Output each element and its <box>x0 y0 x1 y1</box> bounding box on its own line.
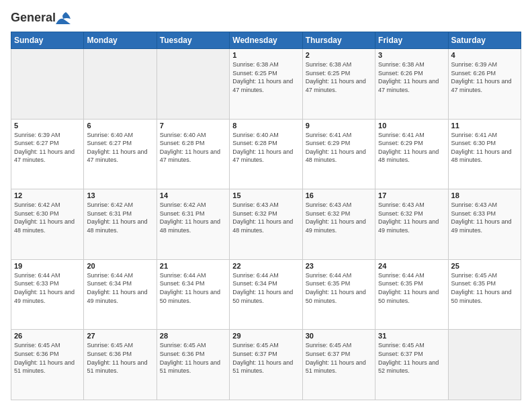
calendar-cell <box>448 330 521 400</box>
day-number: 30 <box>306 332 372 340</box>
day-info: Sunrise: 6:42 AMSunset: 6:31 PMDaylight:… <box>87 201 153 234</box>
day-number: 31 <box>378 332 445 340</box>
calendar-cell: 25Sunrise: 6:45 AMSunset: 6:35 PMDayligh… <box>448 259 521 330</box>
day-info: Sunrise: 6:44 AMSunset: 6:35 PMDaylight:… <box>378 271 445 305</box>
calendar-cell: 3Sunrise: 6:38 AMSunset: 6:26 PMDaylight… <box>375 49 448 120</box>
calendar-cell: 7Sunrise: 6:40 AMSunset: 6:28 PMDaylight… <box>157 119 229 189</box>
calendar-week-1: 1Sunrise: 6:38 AMSunset: 6:25 PMDaylight… <box>11 49 521 120</box>
calendar-cell: 28Sunrise: 6:45 AMSunset: 6:36 PMDayligh… <box>157 330 229 400</box>
day-info: Sunrise: 6:45 AMSunset: 6:35 PMDaylight:… <box>451 271 518 305</box>
day-info: Sunrise: 6:41 AMSunset: 6:29 PMDaylight:… <box>306 131 372 165</box>
calendar-week-5: 26Sunrise: 6:45 AMSunset: 6:36 PMDayligh… <box>11 330 521 400</box>
day-info: Sunrise: 6:44 AMSunset: 6:33 PMDaylight:… <box>14 271 81 305</box>
calendar-cell: 9Sunrise: 6:41 AMSunset: 6:29 PMDaylight… <box>302 119 375 189</box>
calendar-cell: 17Sunrise: 6:43 AMSunset: 6:32 PMDayligh… <box>375 189 448 260</box>
calendar-cell: 2Sunrise: 6:38 AMSunset: 6:25 PMDaylight… <box>302 49 375 120</box>
calendar-cell: 18Sunrise: 6:43 AMSunset: 6:33 PMDayligh… <box>448 189 521 260</box>
day-number: 8 <box>232 122 299 130</box>
day-info: Sunrise: 6:45 AMSunset: 6:37 PMDaylight:… <box>232 341 299 375</box>
day-number: 6 <box>87 122 153 130</box>
calendar-cell <box>157 49 229 120</box>
day-number: 23 <box>306 262 372 270</box>
calendar-cell: 27Sunrise: 6:45 AMSunset: 6:36 PMDayligh… <box>84 330 157 400</box>
day-info: Sunrise: 6:41 AMSunset: 6:29 PMDaylight:… <box>378 131 445 165</box>
page: General SundayMondayTuesdayWednesdayThur… <box>0 0 532 411</box>
day-info: Sunrise: 6:38 AMSunset: 6:26 PMDaylight:… <box>378 60 445 94</box>
calendar-cell: 22Sunrise: 6:44 AMSunset: 6:34 PMDayligh… <box>230 259 302 330</box>
day-number: 27 <box>87 332 153 340</box>
calendar-cell: 24Sunrise: 6:44 AMSunset: 6:35 PMDayligh… <box>375 259 448 330</box>
logo-bird-icon <box>56 12 71 24</box>
day-number: 29 <box>232 332 299 340</box>
day-info: Sunrise: 6:45 AMSunset: 6:37 PMDaylight:… <box>306 341 372 375</box>
weekday-header-saturday: Saturday <box>448 32 521 49</box>
day-number: 13 <box>87 191 153 199</box>
day-info: Sunrise: 6:42 AMSunset: 6:30 PMDaylight:… <box>14 201 81 234</box>
day-number: 14 <box>160 191 226 199</box>
day-number: 18 <box>451 191 518 199</box>
day-info: Sunrise: 6:44 AMSunset: 6:34 PMDaylight:… <box>87 271 153 305</box>
calendar-cell <box>84 49 157 120</box>
day-number: 7 <box>160 122 226 130</box>
day-info: Sunrise: 6:43 AMSunset: 6:32 PMDaylight:… <box>306 201 372 234</box>
day-info: Sunrise: 6:44 AMSunset: 6:34 PMDaylight:… <box>160 271 226 305</box>
day-info: Sunrise: 6:45 AMSunset: 6:37 PMDaylight:… <box>378 341 445 375</box>
weekday-header-sunday: Sunday <box>11 32 84 49</box>
day-number: 5 <box>14 122 81 130</box>
day-number: 19 <box>14 262 81 270</box>
day-number: 25 <box>451 262 518 270</box>
calendar-header-row: SundayMondayTuesdayWednesdayThursdayFrid… <box>11 32 521 49</box>
day-info: Sunrise: 6:45 AMSunset: 6:36 PMDaylight:… <box>87 341 153 375</box>
day-info: Sunrise: 6:43 AMSunset: 6:32 PMDaylight:… <box>378 201 445 234</box>
day-info: Sunrise: 6:42 AMSunset: 6:31 PMDaylight:… <box>160 201 226 234</box>
day-info: Sunrise: 6:45 AMSunset: 6:36 PMDaylight:… <box>14 341 81 375</box>
day-number: 11 <box>451 122 518 130</box>
calendar-cell: 15Sunrise: 6:43 AMSunset: 6:32 PMDayligh… <box>230 189 302 260</box>
calendar-cell <box>11 49 84 120</box>
calendar-cell: 16Sunrise: 6:43 AMSunset: 6:32 PMDayligh… <box>302 189 375 260</box>
calendar-cell: 11Sunrise: 6:41 AMSunset: 6:30 PMDayligh… <box>448 119 521 189</box>
day-number: 9 <box>306 122 372 130</box>
logo-text: General <box>11 11 71 25</box>
calendar-cell: 5Sunrise: 6:39 AMSunset: 6:27 PMDaylight… <box>11 119 84 189</box>
calendar-cell: 13Sunrise: 6:42 AMSunset: 6:31 PMDayligh… <box>84 189 157 260</box>
day-info: Sunrise: 6:45 AMSunset: 6:36 PMDaylight:… <box>160 341 226 375</box>
day-info: Sunrise: 6:40 AMSunset: 6:28 PMDaylight:… <box>232 131 299 165</box>
header: General <box>11 11 521 25</box>
weekday-header-monday: Monday <box>84 32 157 49</box>
day-number: 17 <box>378 191 445 199</box>
calendar-cell: 10Sunrise: 6:41 AMSunset: 6:29 PMDayligh… <box>375 119 448 189</box>
day-info: Sunrise: 6:44 AMSunset: 6:34 PMDaylight:… <box>232 271 299 305</box>
calendar-cell: 23Sunrise: 6:44 AMSunset: 6:35 PMDayligh… <box>302 259 375 330</box>
calendar-week-3: 12Sunrise: 6:42 AMSunset: 6:30 PMDayligh… <box>11 189 521 260</box>
day-number: 22 <box>232 262 299 270</box>
calendar-cell: 29Sunrise: 6:45 AMSunset: 6:37 PMDayligh… <box>230 330 302 400</box>
day-info: Sunrise: 6:39 AMSunset: 6:26 PMDaylight:… <box>451 60 518 94</box>
logo: General <box>11 11 71 25</box>
calendar-cell: 21Sunrise: 6:44 AMSunset: 6:34 PMDayligh… <box>157 259 229 330</box>
calendar-table: SundayMondayTuesdayWednesdayThursdayFrid… <box>11 32 521 400</box>
day-number: 28 <box>160 332 226 340</box>
day-number: 21 <box>160 262 226 270</box>
day-info: Sunrise: 6:41 AMSunset: 6:30 PMDaylight:… <box>451 131 518 165</box>
day-number: 12 <box>14 191 81 199</box>
calendar-cell: 12Sunrise: 6:42 AMSunset: 6:30 PMDayligh… <box>11 189 84 260</box>
day-number: 4 <box>451 51 518 59</box>
day-info: Sunrise: 6:44 AMSunset: 6:35 PMDaylight:… <box>306 271 372 305</box>
day-number: 1 <box>232 51 299 59</box>
day-number: 20 <box>87 262 153 270</box>
day-info: Sunrise: 6:40 AMSunset: 6:28 PMDaylight:… <box>160 131 226 165</box>
calendar-cell: 1Sunrise: 6:38 AMSunset: 6:25 PMDaylight… <box>230 49 302 120</box>
calendar-cell: 31Sunrise: 6:45 AMSunset: 6:37 PMDayligh… <box>375 330 448 400</box>
calendar-cell: 19Sunrise: 6:44 AMSunset: 6:33 PMDayligh… <box>11 259 84 330</box>
weekday-header-friday: Friday <box>375 32 448 49</box>
calendar-cell: 8Sunrise: 6:40 AMSunset: 6:28 PMDaylight… <box>230 119 302 189</box>
day-number: 3 <box>378 51 445 59</box>
calendar-week-4: 19Sunrise: 6:44 AMSunset: 6:33 PMDayligh… <box>11 259 521 330</box>
day-info: Sunrise: 6:43 AMSunset: 6:32 PMDaylight:… <box>232 201 299 234</box>
day-info: Sunrise: 6:38 AMSunset: 6:25 PMDaylight:… <box>306 60 372 94</box>
weekday-header-thursday: Thursday <box>302 32 375 49</box>
day-number: 16 <box>306 191 372 199</box>
calendar-cell: 4Sunrise: 6:39 AMSunset: 6:26 PMDaylight… <box>448 49 521 120</box>
day-number: 10 <box>378 122 445 130</box>
